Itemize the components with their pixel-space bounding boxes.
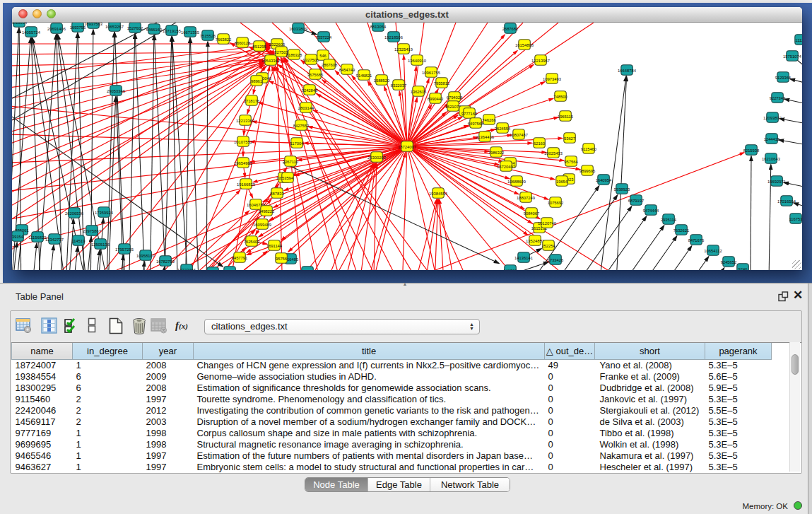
- svg-text:3624554: 3624554: [495, 127, 511, 131]
- svg-text:98961: 98961: [251, 79, 262, 83]
- svg-text:19218506: 19218506: [384, 35, 403, 40]
- svg-text:7357224: 7357224: [316, 35, 332, 40]
- svg-text:8215938: 8215938: [743, 148, 760, 153]
- svg-text:16033809: 16033809: [289, 27, 307, 31]
- svg-text:12325419: 12325419: [394, 47, 413, 52]
- svg-text:1693755: 1693755: [70, 25, 86, 30]
- svg-text:10107552: 10107552: [234, 140, 252, 144]
- svg-text:16210643: 16210643: [762, 157, 780, 161]
- svg-text:16648784: 16648784: [618, 69, 637, 73]
- svg-text:9115460: 9115460: [581, 147, 596, 151]
- svg-text:10958107: 10958107: [136, 254, 155, 258]
- svg-text:891295: 891295: [252, 45, 266, 49]
- svg-text:25300203: 25300203: [367, 156, 386, 160]
- svg-text:9246: 9246: [739, 267, 748, 270]
- svg-text:17359924: 17359924: [95, 211, 114, 215]
- svg-text:95756: 95756: [276, 257, 287, 261]
- svg-text:8471676: 8471676: [688, 238, 705, 243]
- svg-text:1075692: 1075692: [548, 201, 564, 205]
- svg-text:2867608: 2867608: [322, 63, 338, 67]
- svg-text:7955812: 7955812: [434, 81, 450, 86]
- svg-text:12213967: 12213967: [531, 59, 550, 63]
- svg-text:9327508: 9327508: [303, 58, 319, 62]
- svg-text:11123: 11123: [795, 38, 802, 42]
- svg-text:20691406: 20691406: [47, 27, 66, 31]
- svg-text:12323466: 12323466: [177, 268, 196, 270]
- svg-text:6794028: 6794028: [447, 95, 463, 100]
- svg-text:252254: 252254: [541, 244, 555, 248]
- svg-text:116753: 116753: [789, 217, 802, 221]
- svg-text:1244415: 1244415: [764, 137, 780, 141]
- svg-text:2687682: 2687682: [502, 27, 519, 31]
- svg-text:14055724: 14055724: [22, 30, 41, 35]
- svg-text:3675685: 3675685: [307, 73, 324, 77]
- svg-text:12093873: 12093873: [763, 116, 782, 120]
- svg-text:546: 546: [319, 54, 326, 58]
- svg-text:748500: 748500: [553, 95, 567, 99]
- svg-text:15751074: 15751074: [783, 54, 802, 59]
- svg-text:21364436: 21364436: [476, 135, 494, 139]
- svg-text:117004: 117004: [290, 141, 305, 146]
- svg-text:19384554: 19384554: [429, 192, 448, 196]
- svg-text:9129366: 9129366: [775, 76, 792, 80]
- svg-text:19654985: 19654985: [234, 161, 252, 165]
- svg-text:6879197: 6879197: [628, 199, 645, 203]
- svg-text:8813054: 8813054: [12, 23, 28, 25]
- svg-text:9474444: 9474444: [643, 209, 659, 213]
- svg-text:16671355: 16671355: [181, 30, 199, 35]
- svg-text:9084067: 9084067: [524, 211, 540, 216]
- svg-text:1621072: 1621072: [445, 105, 461, 109]
- svg-text:2935114: 2935114: [661, 218, 677, 222]
- svg-text:6497568: 6497568: [468, 122, 484, 126]
- svg-text:10719155: 10719155: [163, 29, 181, 33]
- svg-text:26206536: 26206536: [65, 211, 83, 216]
- svg-text:10654112: 10654112: [704, 249, 722, 253]
- svg-text:10025433: 10025433: [544, 151, 563, 156]
- svg-text:9457791: 9457791: [232, 256, 248, 260]
- svg-text:1733426: 1733426: [548, 258, 564, 262]
- svg-text:7625402: 7625402: [244, 240, 260, 244]
- svg-text:17957255: 17957255: [115, 247, 134, 252]
- svg-text:18807249: 18807249: [517, 196, 535, 200]
- svg-text:17016504: 17016504: [777, 199, 796, 204]
- svg-text:114519: 114519: [72, 239, 86, 243]
- svg-text:16099489: 16099489: [253, 223, 271, 227]
- svg-text:1527602: 1527602: [127, 26, 143, 30]
- svg-text:7632621: 7632621: [673, 228, 690, 233]
- svg-text:18724007: 18724007: [398, 145, 416, 149]
- svg-text:12505135: 12505135: [91, 243, 110, 247]
- svg-text:2803144: 2803144: [298, 106, 314, 110]
- svg-text:15692971: 15692971: [767, 180, 786, 184]
- svg-text:19654: 19654: [556, 180, 568, 184]
- svg-text:29053346: 29053346: [107, 89, 125, 93]
- svg-text:8454749: 8454749: [339, 68, 355, 72]
- svg-text:1362615: 1362615: [411, 90, 427, 94]
- svg-text:7663822: 7663822: [216, 37, 232, 42]
- svg-text:7515526: 7515526: [200, 34, 216, 38]
- svg-text:1640954: 1640954: [596, 178, 612, 182]
- svg-text:5938923: 5938923: [614, 187, 630, 192]
- svg-text:19166829: 19166829: [237, 182, 255, 187]
- svg-text:9242848: 9242848: [302, 88, 318, 93]
- svg-text:53627: 53627: [564, 136, 575, 141]
- svg-text:39154: 39154: [12, 235, 24, 239]
- svg-text:10653267: 10653267: [105, 25, 124, 29]
- svg-text:11156829: 11156829: [29, 235, 47, 240]
- svg-text:1691144: 1691144: [266, 244, 283, 248]
- svg-text:9146821: 9146821: [356, 74, 372, 78]
- svg-text:12342737: 12342737: [45, 238, 64, 242]
- svg-text:5498222: 5498222: [259, 209, 275, 214]
- svg-text:6466160: 6466160: [146, 28, 163, 32]
- svg-text:10120746: 10120746: [538, 221, 556, 226]
- svg-text:9227343: 9227343: [770, 96, 786, 100]
- svg-text:13640910: 13640910: [408, 59, 426, 63]
- svg-text:8427552: 8427552: [293, 124, 310, 128]
- svg-text:10807487: 10807487: [510, 133, 528, 137]
- svg-text:53594: 53594: [282, 176, 294, 180]
- svg-text:8660128: 8660128: [235, 41, 251, 45]
- svg-text:9777169: 9777169: [461, 112, 478, 116]
- svg-text:16782759: 16782759: [156, 259, 175, 264]
- svg-text:8990443: 8990443: [428, 97, 444, 101]
- svg-text:12213369: 12213369: [236, 119, 254, 123]
- svg-text:15720407: 15720407: [497, 165, 515, 169]
